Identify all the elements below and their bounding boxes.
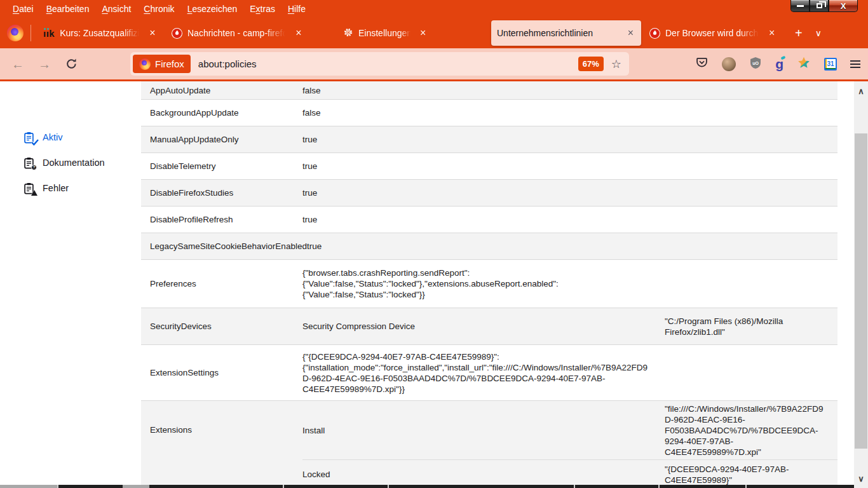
close-window-button[interactable]: X xyxy=(829,0,858,12)
policy-row-extensions: Extensions Install "file:///C:/Windows/I… xyxy=(141,401,837,488)
policy-name: ExtensionSettings xyxy=(141,368,302,377)
back-button[interactable]: ← xyxy=(11,58,24,71)
star-extension-icon[interactable] xyxy=(797,56,811,72)
about-policies-page: Aktiv ? Dokumentation Fehler AppAutoUpda… xyxy=(0,81,868,488)
tab-der-browser-wird-verwaltet[interactable]: Der Browser wird durch Ih × xyxy=(644,20,787,46)
restore-button[interactable] xyxy=(810,0,829,12)
close-tab-icon[interactable]: × xyxy=(767,28,776,38)
close-tab-icon[interactable]: × xyxy=(418,28,428,38)
reload-button[interactable] xyxy=(65,58,78,70)
policy-subvalue: "{DCEE9DCA-9294-40E7-97AB-C4EE47E59989}" xyxy=(665,464,837,485)
policy-name: Extensions xyxy=(141,401,302,435)
url-bar[interactable]: Firefox about:policies 67% ☆ xyxy=(130,52,629,76)
minimize-icon xyxy=(797,5,804,7)
close-tab-icon[interactable]: × xyxy=(294,28,303,38)
firefox-flame-icon xyxy=(649,28,660,39)
sidebar-label: Dokumentation xyxy=(43,158,105,168)
policy-value: false xyxy=(302,107,665,118)
policy-name: DisableFirefoxStudies xyxy=(141,188,302,198)
pocket-icon[interactable] xyxy=(695,56,709,72)
clipboard-check-icon xyxy=(23,132,35,144)
camp-firefox-flame-icon xyxy=(172,28,182,39)
sidebar-item-fehler[interactable]: Fehler xyxy=(23,175,105,201)
scroll-up-arrow[interactable]: ∧ xyxy=(854,84,868,98)
window-controls: X xyxy=(790,0,858,12)
policy-name: SecurityDevices xyxy=(141,322,302,331)
policy-row: ExtensionSettings {"{DCEE9DCA-9294-40E7-… xyxy=(141,345,837,401)
toolbar-accent-divider xyxy=(0,79,868,81)
ublock-origin-icon[interactable]: uO xyxy=(749,57,762,72)
scrollbar-thumb[interactable] xyxy=(855,133,867,449)
tab-label: Nachrichten - camp-firefo xyxy=(187,28,287,38)
menu-datei[interactable]: Datei xyxy=(6,0,40,18)
sidebar-item-dokumentation[interactable]: ? Dokumentation xyxy=(23,150,105,175)
menu-bearbeiten[interactable]: Bearbeiten xyxy=(40,0,96,18)
tab-nachrichten-camp-firefox[interactable]: Nachrichten - camp-firefo × xyxy=(166,20,335,46)
tab-unternehmensrichtlinien-active[interactable]: Unternehmensrichtlinien × xyxy=(491,20,641,46)
policy-row: AppAutoUpdate false xyxy=(141,81,837,100)
sidebar-label: Aktiv xyxy=(43,132,62,142)
policy-value: true xyxy=(302,134,665,145)
extensions-locked-subrow: Locked "{DCEE9DCA-9294-40E7-97AB-C4EE47E… xyxy=(302,459,837,488)
tab-bar: ıık Kurs: Zusatzqualifizierung × Nachric… xyxy=(0,18,868,48)
url-text[interactable]: about:policies xyxy=(198,58,578,69)
policy-subvalue: "file:///C:/Windows/Installer/%7B9A22FD9… xyxy=(665,403,837,458)
policy-row: Preferences {"browser.tabs.crashReportin… xyxy=(141,260,837,308)
menu-ansicht[interactable]: Ansicht xyxy=(95,0,137,18)
forward-button[interactable]: → xyxy=(38,58,51,71)
policy-value: true xyxy=(302,161,665,172)
policy-row: LegacySameSiteCookieBehaviorEnabled true xyxy=(141,233,837,260)
account-avatar[interactable] xyxy=(722,57,736,71)
google-calendar-icon[interactable]: 31 xyxy=(824,58,837,71)
menu-extras[interactable]: Extras xyxy=(243,0,281,18)
scroll-down-arrow[interactable]: ∨ xyxy=(854,471,868,485)
sidebar-item-aktiv[interactable]: Aktiv xyxy=(23,125,105,150)
policy-row: DisableFirefoxStudies true xyxy=(141,180,837,207)
menu-hilfe[interactable]: Hilfe xyxy=(281,0,312,18)
hamburger-menu-icon[interactable] xyxy=(850,60,860,68)
extensions-install-subrow: Install "file:///C:/Windows/Installer/%7… xyxy=(302,401,837,459)
sidebar-label: Fehler xyxy=(43,183,69,193)
policy-value: true xyxy=(302,187,665,198)
policy-subkey: Install xyxy=(302,425,665,436)
tab-separator xyxy=(31,25,31,41)
zoom-level-badge[interactable]: 67% xyxy=(578,57,604,71)
tab-label: Unternehmensrichtlinien xyxy=(497,28,593,38)
g-extension-icon[interactable]: g xyxy=(775,57,783,71)
policy-row: BackgroundAppUpdate false xyxy=(141,100,837,126)
tab-label: Kurs: Zusatzqualifizierung xyxy=(60,28,141,38)
vertical-scrollbar[interactable]: ∧ ∨ xyxy=(854,81,868,488)
iik-logo-icon: ıık xyxy=(43,29,55,38)
new-tab-button[interactable]: + xyxy=(795,27,803,39)
close-tab-icon[interactable]: × xyxy=(147,28,157,38)
policy-value: Security Compression Device xyxy=(302,321,665,332)
firefox-logo-icon xyxy=(139,58,151,70)
policy-row: SecurityDevices Security Compression Dev… xyxy=(141,308,837,345)
menu-chronik[interactable]: Chronik xyxy=(137,0,180,18)
policy-row: DisableTelemetry true xyxy=(141,153,837,180)
policy-value: false xyxy=(302,85,665,96)
close-tab-icon[interactable]: × xyxy=(626,28,635,38)
menu-bar: Datei Bearbeiten Ansicht Chronik Lesezei… xyxy=(0,0,868,18)
policy-row: DisableProfileRefresh true xyxy=(141,207,837,233)
gear-icon xyxy=(343,27,353,39)
clipboard-warning-icon xyxy=(23,182,35,194)
toolbar-extension-icons: uO g 31 xyxy=(695,52,860,76)
firefox-chip-label: Firefox xyxy=(155,58,184,69)
tab-kurs-zusatzqualifizierung[interactable]: ıık Kurs: Zusatzqualifizierung × xyxy=(37,20,163,46)
policy-row: ManualAppUpdateOnly true xyxy=(141,126,837,153)
policy-name: AppAutoUpdate xyxy=(141,86,302,95)
firefox-identity-button[interactable]: Firefox xyxy=(133,55,191,73)
bookmark-star-icon[interactable]: ☆ xyxy=(611,57,621,71)
tab-einstellungen[interactable]: Einstellungen × xyxy=(337,20,489,46)
policy-extra: "C:/Program Files (x86)/Mozilla Firefox/… xyxy=(665,316,837,337)
restore-icon xyxy=(817,3,822,8)
minimize-button[interactable] xyxy=(790,0,810,12)
menu-lesezeichen[interactable]: Lesezeichen xyxy=(181,0,244,18)
list-all-tabs-chevron[interactable]: ∨ xyxy=(815,29,822,37)
policy-name: BackgroundAppUpdate xyxy=(141,108,302,118)
taskbar-edge-strip xyxy=(0,485,854,488)
svg-text:uO: uO xyxy=(752,61,759,65)
close-icon: X xyxy=(841,2,846,10)
tab-label: Der Browser wird durch Ih xyxy=(665,28,761,38)
